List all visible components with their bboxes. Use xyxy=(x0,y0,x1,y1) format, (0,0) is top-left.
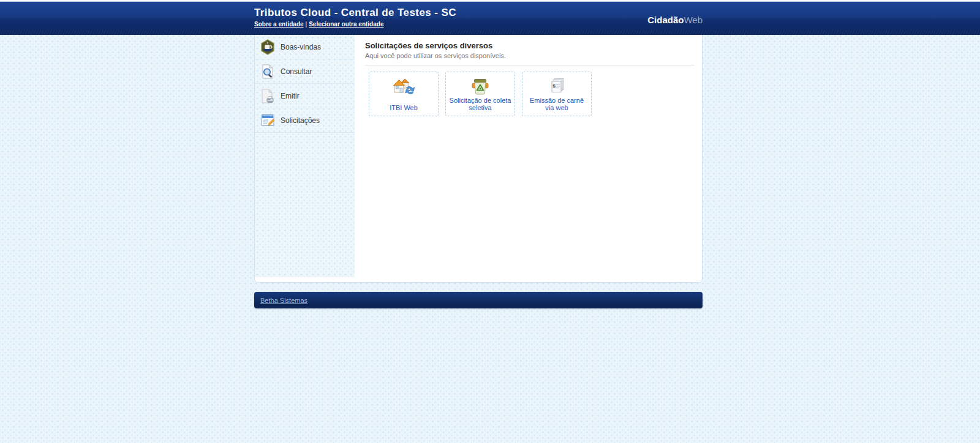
sidebar-item-label: Emitir xyxy=(281,92,300,100)
betha-sistemas-link[interactable]: Betha Sistemas xyxy=(260,297,307,304)
recycle-bin-icon xyxy=(470,76,491,96)
page-background: { "header": { "title": "Tributos Cloud -… xyxy=(0,0,980,443)
house-transfer-icon xyxy=(392,76,415,96)
service-card-label: Emissão de carnê via web xyxy=(525,97,589,112)
sidebar-item-boas-vindas[interactable]: Boas-vindas xyxy=(255,35,355,59)
sidebar-item-label: Solicitações xyxy=(281,116,320,125)
header-bar: Tributos Cloud - Central de Testes - SC … xyxy=(0,2,980,35)
header-content: Tributos Cloud - Central de Testes - SC … xyxy=(254,2,703,35)
selecionar-outra-entidade-link[interactable]: Selecionar outra entidade xyxy=(309,21,383,28)
service-card-itbi-web[interactable]: ITBI Web xyxy=(369,72,439,116)
brand-secondary: Web xyxy=(684,15,703,25)
footer-bar: Betha Sistemas xyxy=(254,292,703,308)
services-subtitle: Aqui você pode utilizar os serviços disp… xyxy=(365,52,695,59)
sobre-a-entidade-link[interactable]: Sobre a entidade xyxy=(254,21,304,28)
svg-text:$: $ xyxy=(552,83,556,89)
service-card-emissao-carne[interactable]: $ Emissão de carnê via web xyxy=(522,72,592,116)
services-title: Solicitações de serviços diversos xyxy=(365,41,695,50)
welcome-cup-icon xyxy=(260,39,276,55)
content-panel: Boas-vindas Consultar xyxy=(254,35,703,283)
brand-primary: Cidadão xyxy=(647,15,684,25)
service-card-label: ITBI Web xyxy=(390,104,418,112)
link-separator: | xyxy=(306,21,307,28)
header-links: Sobre a entidade|Selecionar outra entida… xyxy=(254,21,703,28)
cidadaoweb-logo: CidadãoWeb xyxy=(647,15,703,25)
service-card-label: Solicitação de coleta seletiva xyxy=(448,97,512,112)
sidebar-item-emitir[interactable]: Emitir xyxy=(255,84,355,108)
sidebar-item-label: Consultar xyxy=(281,67,312,76)
page-title: Tributos Cloud - Central de Testes - SC xyxy=(254,2,703,19)
service-cards-row: ITBI Web Solicitação de coleta seletiva xyxy=(369,72,695,116)
print-document-icon xyxy=(260,88,276,104)
edit-document-icon xyxy=(260,113,276,128)
sidebar-item-label: Boas-vindas xyxy=(281,43,321,51)
sidebar-menu: Boas-vindas Consultar xyxy=(255,35,355,277)
search-document-icon xyxy=(260,64,276,80)
payment-booklet-icon: $ xyxy=(547,76,567,96)
sidebar-item-solicitacoes[interactable]: Solicitações xyxy=(255,108,355,133)
service-card-coleta-seletiva[interactable]: Solicitação de coleta seletiva xyxy=(445,72,515,116)
sidebar-item-consultar[interactable]: Consultar xyxy=(255,59,355,84)
title-divider xyxy=(365,65,695,65)
services-main-area: Solicitações de serviços diversos Aqui v… xyxy=(355,35,702,282)
